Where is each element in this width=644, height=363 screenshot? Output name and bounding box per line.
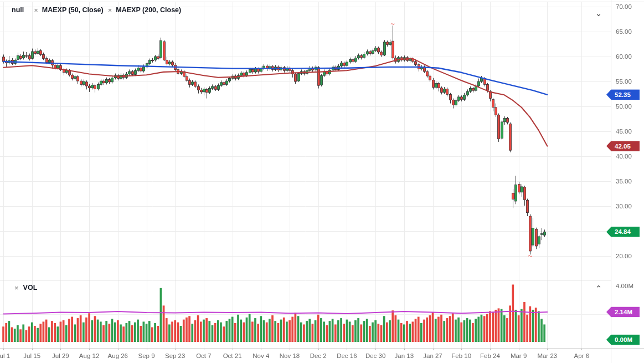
expand-pane-button[interactable]: ⌃ [593,284,604,294]
indicator-item[interactable]: ×MAEXP (50, Close) [34,6,104,14]
price-axis-label: 30.00 [616,203,632,209]
close-icon[interactable]: × [34,7,38,14]
price-axis-label: 60.00 [616,53,632,60]
volume-indicator-label[interactable]: VOL [23,284,38,292]
date-axis-label: Feb 10 [451,352,471,359]
date-axis-label: Dec 30 [365,352,385,359]
ma200-price-badge: 52.35 [606,89,640,100]
volume-ma-badge: 2.14M [606,306,640,317]
close-icon[interactable]: × [14,284,19,292]
last-close-badge: 24.84 [606,227,640,237]
date-axis-label: Sep 23 [165,352,185,359]
price-axis-label: 40.00 [616,153,632,160]
price-axis-label: 65.00 [616,28,632,35]
date-axis-label: Oct 7 [196,352,211,359]
price-axis-label: 70.00 [616,3,632,10]
chevron-down-icon: ⌄ [595,8,602,18]
ma50-price-badge: 42.05 [606,141,640,151]
close-icon[interactable]: × [108,7,112,14]
price-axis-label: 35.00 [616,178,632,185]
indicator-label[interactable]: MAEXP (200, Close) [116,6,181,14]
date-axis-label: Jul 1 [0,352,10,359]
indicator-item[interactable]: ×MAEXP (200, Close) [108,6,181,14]
date-axis-label: Dec 16 [337,352,357,359]
volume-axis-label: 4.00M [616,283,633,289]
date-axis-label: Mar 9 [511,352,527,359]
date-axis-label: Aug 26 [108,352,128,359]
price-axis-label: 50.00 [616,103,632,110]
date-axis-label: Jul 29 [52,352,69,359]
series-title[interactable]: null [12,6,24,14]
date-axis-label: Apr 6 [574,352,590,359]
date-axis-label: Oct 21 [223,352,242,359]
date-axis-label: Dec 2 [310,352,327,359]
price-axis-label: 55.00 [616,78,632,85]
chevron-up-icon: ⌃ [595,284,602,294]
chart-canvas[interactable] [0,0,644,363]
date-axis-label: Jul 15 [23,352,40,359]
date-axis-label: Nov 18 [280,352,300,359]
date-axis-label: Nov 4 [253,352,269,359]
date-axis-label: Jan 27 [423,352,442,359]
volume-pane-legend: × VOL [14,284,37,292]
date-axis-label: Jan 13 [395,352,414,359]
price-axis-label: 20.00 [616,253,632,259]
price-axis-label: 45.00 [616,128,632,135]
collapse-pane-button[interactable]: ⌄ [593,8,604,18]
price-pane-legend: null ×MAEXP (50, Close)×MAEXP (200, Clos… [12,6,181,14]
chart-app: null ×MAEXP (50, Close)×MAEXP (200, Clos… [0,0,644,363]
date-axis-label: Feb 24 [480,352,500,359]
volume-badge: 0.00M [606,335,640,345]
price-axis[interactable] [611,0,644,348]
indicator-label[interactable]: MAEXP (50, Close) [42,6,104,14]
date-axis-label: Mar 23 [537,352,557,359]
date-axis-label: Sep 9 [138,352,154,359]
date-axis-label: Aug 12 [79,352,99,359]
